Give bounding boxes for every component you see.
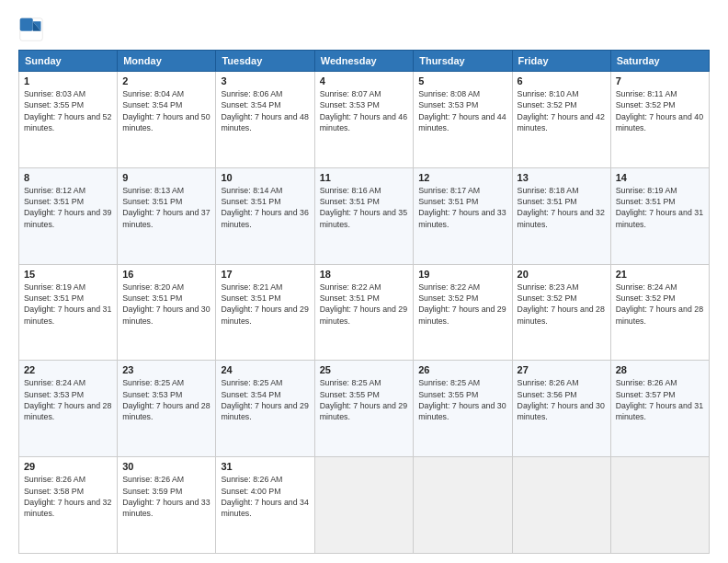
logo-icon — [18, 17, 44, 42]
day-number: 26 — [418, 364, 506, 375]
calendar-cell: 21 Sunrise: 8:24 AMSunset: 3:52 PMDaylig… — [610, 264, 709, 361]
day-info: Sunrise: 8:25 AMSunset: 3:55 PMDaylight:… — [418, 377, 506, 422]
day-info: Sunrise: 8:26 AMSunset: 3:57 PMDaylight:… — [616, 377, 704, 422]
calendar-week-2: 8 Sunrise: 8:12 AMSunset: 3:51 PMDayligh… — [19, 167, 710, 264]
calendar-header-saturday: Saturday — [610, 51, 709, 72]
calendar-cell: 22 Sunrise: 8:24 AMSunset: 3:53 PMDaylig… — [19, 361, 118, 457]
calendar-cell: 17 Sunrise: 8:21 AMSunset: 3:51 PMDaylig… — [216, 264, 314, 361]
day-number: 25 — [320, 364, 409, 375]
calendar-cell: 5 Sunrise: 8:08 AMSunset: 3:53 PMDayligh… — [414, 72, 512, 168]
day-number: 7 — [616, 75, 704, 86]
calendar-cell: 31 Sunrise: 8:26 AMSunset: 4:00 PMDaylig… — [216, 457, 314, 554]
day-number: 20 — [518, 269, 606, 280]
calendar-cell: 6 Sunrise: 8:10 AMSunset: 3:52 PMDayligh… — [512, 72, 610, 168]
calendar-week-3: 15 Sunrise: 8:19 AMSunset: 3:51 PMDaylig… — [19, 264, 710, 361]
day-info: Sunrise: 8:24 AMSunset: 3:53 PMDaylight:… — [24, 377, 112, 422]
calendar-week-5: 29 Sunrise: 8:26 AMSunset: 3:58 PMDaylig… — [19, 457, 710, 554]
day-number: 14 — [616, 172, 704, 183]
day-info: Sunrise: 8:25 AMSunset: 3:54 PMDaylight:… — [221, 377, 309, 422]
calendar-cell: 23 Sunrise: 8:25 AMSunset: 3:53 PMDaylig… — [118, 361, 216, 457]
calendar-cell: 24 Sunrise: 8:25 AMSunset: 3:54 PMDaylig… — [216, 361, 314, 457]
day-info: Sunrise: 8:13 AMSunset: 3:51 PMDaylight:… — [122, 185, 210, 230]
day-number: 9 — [122, 172, 210, 183]
day-info: Sunrise: 8:25 AMSunset: 3:53 PMDaylight:… — [122, 377, 210, 422]
calendar-header-sunday: Sunday — [19, 51, 118, 72]
day-info: Sunrise: 8:19 AMSunset: 3:51 PMDaylight:… — [616, 185, 704, 230]
day-info: Sunrise: 8:26 AMSunset: 3:56 PMDaylight:… — [518, 377, 606, 422]
day-number: 16 — [122, 269, 210, 280]
day-number: 6 — [518, 75, 606, 86]
calendar-cell: 14 Sunrise: 8:19 AMSunset: 3:51 PMDaylig… — [610, 167, 709, 264]
calendar-week-1: 1 Sunrise: 8:03 AMSunset: 3:55 PMDayligh… — [19, 72, 710, 168]
calendar-cell: 28 Sunrise: 8:26 AMSunset: 3:57 PMDaylig… — [610, 361, 709, 457]
calendar-cell — [512, 457, 610, 554]
calendar-table: SundayMondayTuesdayWednesdayThursdayFrid… — [18, 50, 710, 554]
day-number: 17 — [221, 269, 309, 280]
calendar-cell: 11 Sunrise: 8:16 AMSunset: 3:51 PMDaylig… — [314, 167, 414, 264]
day-info: Sunrise: 8:17 AMSunset: 3:51 PMDaylight:… — [418, 185, 506, 230]
day-number: 8 — [24, 172, 112, 183]
page: SundayMondayTuesdayWednesdayThursdayFrid… — [0, 0, 728, 563]
calendar-cell: 13 Sunrise: 8:18 AMSunset: 3:51 PMDaylig… — [512, 167, 610, 264]
calendar-header-monday: Monday — [118, 51, 216, 72]
calendar-cell: 1 Sunrise: 8:03 AMSunset: 3:55 PMDayligh… — [19, 72, 118, 168]
day-number: 13 — [518, 172, 606, 183]
day-number: 2 — [122, 75, 210, 86]
calendar-cell: 29 Sunrise: 8:26 AMSunset: 3:58 PMDaylig… — [19, 457, 118, 554]
day-info: Sunrise: 8:04 AMSunset: 3:54 PMDaylight:… — [122, 88, 210, 133]
header — [18, 17, 710, 42]
day-info: Sunrise: 8:26 AMSunset: 4:00 PMDaylight:… — [221, 474, 309, 519]
day-info: Sunrise: 8:25 AMSunset: 3:55 PMDaylight:… — [320, 377, 409, 422]
calendar-cell: 4 Sunrise: 8:07 AMSunset: 3:53 PMDayligh… — [314, 72, 414, 168]
day-info: Sunrise: 8:10 AMSunset: 3:52 PMDaylight:… — [518, 88, 606, 133]
day-info: Sunrise: 8:14 AMSunset: 3:51 PMDaylight:… — [221, 185, 309, 230]
day-number: 29 — [24, 461, 112, 472]
day-number: 15 — [24, 269, 112, 280]
calendar-cell: 8 Sunrise: 8:12 AMSunset: 3:51 PMDayligh… — [19, 167, 118, 264]
logo — [18, 17, 46, 42]
calendar-header-thursday: Thursday — [414, 51, 512, 72]
day-number: 5 — [418, 75, 506, 86]
day-info: Sunrise: 8:18 AMSunset: 3:51 PMDaylight:… — [518, 185, 606, 230]
day-info: Sunrise: 8:24 AMSunset: 3:52 PMDaylight:… — [616, 282, 704, 327]
calendar-cell: 10 Sunrise: 8:14 AMSunset: 3:51 PMDaylig… — [216, 167, 314, 264]
calendar-cell: 30 Sunrise: 8:26 AMSunset: 3:59 PMDaylig… — [118, 457, 216, 554]
calendar-cell: 25 Sunrise: 8:25 AMSunset: 3:55 PMDaylig… — [314, 361, 414, 457]
calendar-cell: 9 Sunrise: 8:13 AMSunset: 3:51 PMDayligh… — [118, 167, 216, 264]
calendar-cell: 3 Sunrise: 8:06 AMSunset: 3:54 PMDayligh… — [216, 72, 314, 168]
day-number: 27 — [518, 364, 606, 375]
calendar-cell: 26 Sunrise: 8:25 AMSunset: 3:55 PMDaylig… — [414, 361, 512, 457]
calendar-header-row: SundayMondayTuesdayWednesdayThursdayFrid… — [19, 51, 710, 72]
day-number: 19 — [418, 269, 506, 280]
day-number: 11 — [320, 172, 409, 183]
calendar-header-tuesday: Tuesday — [216, 51, 314, 72]
day-number: 1 — [24, 75, 112, 86]
day-number: 24 — [221, 364, 309, 375]
day-number: 23 — [122, 364, 210, 375]
day-number: 22 — [24, 364, 112, 375]
svg-rect-3 — [20, 18, 33, 31]
day-number: 28 — [616, 364, 704, 375]
day-info: Sunrise: 8:07 AMSunset: 3:53 PMDaylight:… — [320, 88, 409, 133]
day-number: 4 — [320, 75, 409, 86]
day-info: Sunrise: 8:26 AMSunset: 3:59 PMDaylight:… — [122, 474, 210, 519]
day-info: Sunrise: 8:03 AMSunset: 3:55 PMDaylight:… — [24, 88, 112, 133]
day-number: 12 — [418, 172, 506, 183]
day-number: 31 — [221, 461, 309, 472]
calendar-header-wednesday: Wednesday — [314, 51, 414, 72]
day-info: Sunrise: 8:21 AMSunset: 3:51 PMDaylight:… — [221, 282, 309, 327]
day-info: Sunrise: 8:20 AMSunset: 3:51 PMDaylight:… — [122, 282, 210, 327]
day-info: Sunrise: 8:16 AMSunset: 3:51 PMDaylight:… — [320, 185, 409, 230]
day-number: 21 — [616, 269, 704, 280]
day-info: Sunrise: 8:23 AMSunset: 3:52 PMDaylight:… — [518, 282, 606, 327]
day-number: 30 — [122, 461, 210, 472]
day-info: Sunrise: 8:22 AMSunset: 3:52 PMDaylight:… — [418, 282, 506, 327]
day-info: Sunrise: 8:08 AMSunset: 3:53 PMDaylight:… — [418, 88, 506, 133]
day-info: Sunrise: 8:12 AMSunset: 3:51 PMDaylight:… — [24, 185, 112, 230]
day-number: 10 — [221, 172, 309, 183]
day-info: Sunrise: 8:22 AMSunset: 3:51 PMDaylight:… — [320, 282, 409, 327]
calendar-week-4: 22 Sunrise: 8:24 AMSunset: 3:53 PMDaylig… — [19, 361, 710, 457]
day-info: Sunrise: 8:11 AMSunset: 3:52 PMDaylight:… — [616, 88, 704, 133]
day-info: Sunrise: 8:06 AMSunset: 3:54 PMDaylight:… — [221, 88, 309, 133]
day-number: 18 — [320, 269, 409, 280]
